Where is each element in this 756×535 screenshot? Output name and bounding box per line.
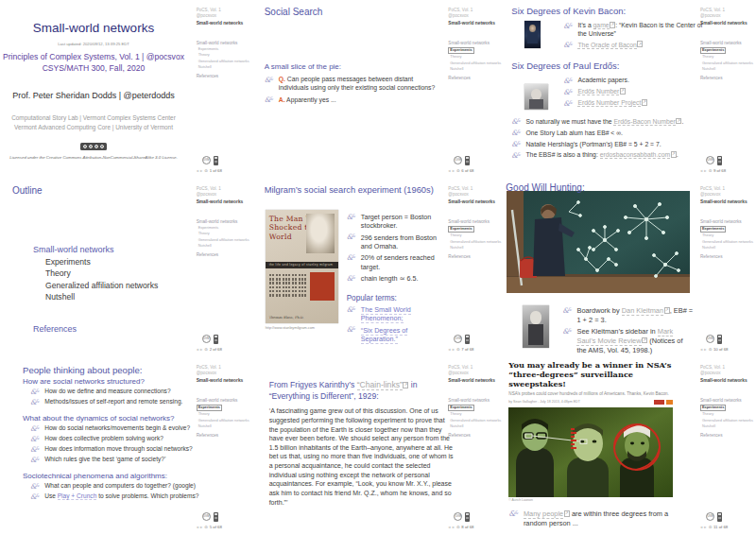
game-link[interactable]: game: [593, 22, 610, 29]
slide-people-thinking[interactable]: People thinking about people: How are so…: [0, 357, 252, 535]
sidebar-item-theory[interactable]: Theory: [197, 412, 249, 417]
nav-symbols-icon[interactable]: ◃ ▹ ⊙: [448, 347, 460, 352]
sidebar-item-references[interactable]: References: [448, 254, 501, 260]
sidebar-item-small-world-networks[interactable]: Small-world networks: [448, 219, 501, 225]
sidebar-item-small-world-networks[interactable]: Small-world networks: [197, 41, 249, 46]
toc-nutshell[interactable]: Nutshell: [45, 292, 194, 302]
erdosbaconsabbath-link[interactable]: erdosbaconsabbath.com: [600, 151, 670, 159]
sidebar-item-nutshell[interactable]: Nutshell: [448, 424, 501, 429]
sidebar-item-theory[interactable]: Theory: [448, 412, 501, 417]
sidebar-item-small-world-networks[interactable]: Small-world networks: [700, 398, 753, 404]
slide-karinthy[interactable]: From Frigyes Karinthy’s “Chain-links”↗ i…: [252, 357, 505, 535]
sidebar-item-experiments[interactable]: Experiments: [448, 226, 473, 233]
toc-generalized-affiliation-networks[interactable]: Generalized affiliation networks: [45, 281, 194, 290]
nav-symbols-icon[interactable]: ◃ ▹ ⊙: [448, 525, 460, 529]
sidebar-item-references[interactable]: References: [448, 433, 501, 439]
slide-sidebar: PoCS, Vol. 1 @pocsvox Small-world networ…: [197, 357, 249, 535]
sidebar-item-small-world-networks[interactable]: Small-world networks: [197, 398, 249, 404]
sidebar-item-references[interactable]: References: [448, 76, 501, 81]
sidebar-footer: UVM ◃ ▹ ⊙ 9 of 68: [700, 156, 753, 179]
toc-theory[interactable]: Theory: [45, 268, 194, 278]
sidebar-item-experiments[interactable]: Experiments: [197, 405, 222, 411]
sidebar-item-nutshell[interactable]: Nutshell: [700, 246, 753, 250]
sidebar-item-generalized-affiliation-networks[interactable]: Generalized affiliation networks: [448, 419, 501, 423]
creative-commons-badge-icon[interactable]: cc b $ =: [80, 143, 108, 150]
slide-nsa-sweepstakes[interactable]: You may already be a winner in NSA’s “th…: [504, 357, 756, 535]
erdos-bacon-number-link[interactable]: Erdős-Bacon Number: [613, 118, 675, 126]
sidebar-item-small-world-networks[interactable]: Small-world networks: [448, 41, 501, 46]
sidebar-item-generalized-affiliation-networks[interactable]: Generalized affiliation networks: [448, 61, 501, 66]
sidebar-item-theory[interactable]: Theory: [700, 412, 753, 417]
nav-symbols-icon[interactable]: ◃ ▹ ⊙: [700, 347, 713, 352]
erdos-number-project-link[interactable]: Erdős Number Project: [577, 99, 641, 107]
slide-good-will-hunting[interactable]: Good Will Hunting:: [504, 179, 756, 357]
sidebar-item-nutshell[interactable]: Nutshell: [197, 424, 249, 429]
small-world-phenomenon-link[interactable]: The Small World Phenomenon;: [361, 305, 411, 323]
toc-small-world-networks[interactable]: Small-world networks: [33, 245, 194, 254]
six-degrees-link[interactable]: “Six Degrees of Separation.”: [361, 326, 408, 344]
sidebar-item-references[interactable]: References: [197, 74, 249, 79]
chain-links-link[interactable]: “Chain-links”: [357, 380, 403, 390]
cc-by-icon: b: [89, 145, 94, 149]
sidebar-item-references[interactable]: References: [700, 433, 753, 439]
sidebar-item-nutshell[interactable]: Nutshell: [700, 67, 753, 72]
sidebar-item-experiments[interactable]: Experiments: [700, 405, 726, 411]
sidebar-item-generalized-affiliation-networks[interactable]: Generalized affiliation networks: [700, 419, 753, 423]
sidebar-item-nutshell[interactable]: Nutshell: [448, 246, 501, 250]
sidebar-item-references[interactable]: References: [700, 254, 753, 260]
slide-six-degrees-bacon[interactable]: Six Degrees of Kevin Bacon: & It’s a gam…: [504, 0, 756, 179]
sidebar-item-generalized-affiliation-networks[interactable]: Generalized affiliation networks: [700, 240, 753, 245]
sidebar-item-small-world-networks[interactable]: Small-world networks: [700, 219, 753, 225]
sidebar-item-generalized-affiliation-networks[interactable]: Generalized affiliation networks: [197, 419, 249, 423]
sidebar-item-theory[interactable]: Theory: [448, 55, 501, 60]
bullet-text: 20% of senders reached target.: [361, 253, 443, 271]
toc-experiments[interactable]: Experiments: [45, 257, 194, 267]
sidebar-item-references[interactable]: References: [700, 76, 753, 81]
book-caption-url[interactable]: http://www.stanleymilgram.com: [266, 326, 315, 330]
sidebar-item-theory[interactable]: Theory: [700, 233, 753, 238]
sidebar-item-small-world-networks[interactable]: Small-world networks: [448, 398, 501, 404]
slide-sidebar: PoCS, Vol. 1 @pocsvox Small-world networ…: [197, 179, 249, 357]
toc-references[interactable]: References: [33, 324, 194, 334]
slide-outline[interactable]: Outline Small-world networks Experiments…: [0, 179, 252, 357]
play-crunch-link[interactable]: Play + Crunch: [58, 492, 97, 500]
sidebar-item-theory[interactable]: Theory: [448, 233, 501, 238]
sidebar-item-experiments[interactable]: Experiments: [700, 47, 726, 54]
sidebar-item-experiments[interactable]: Experiments: [448, 47, 473, 54]
sidebar-item-generalized-affiliation-networks[interactable]: Generalized affiliation networks: [197, 238, 249, 243]
nav-symbols-icon[interactable]: ◃ ▹ ⊙: [448, 168, 460, 173]
many-people-link[interactable]: Many people: [524, 509, 563, 519]
sidebar-item-references[interactable]: References: [197, 252, 249, 258]
flower-bullet-icon: &: [347, 254, 357, 262]
sidebar-item-nutshell[interactable]: Nutshell: [448, 67, 501, 72]
sidebar-item-small-world-networks[interactable]: Small-world networks: [700, 41, 753, 46]
sidebar-item-theory[interactable]: Theory: [197, 232, 249, 236]
share-badge[interactable]: [666, 400, 673, 405]
nav-symbols-icon[interactable]: ◃ ▹ ⊙: [197, 347, 209, 352]
slide-milgram[interactable]: Milgram’s social search experiment (1960…: [252, 179, 505, 357]
oracle-of-bacon-link[interactable]: The Oracle of Bacon: [577, 42, 636, 49]
sidebar-item-nutshell[interactable]: Nutshell: [197, 65, 249, 70]
sidebar-item-generalized-affiliation-networks[interactable]: Generalized affiliation networks: [700, 61, 753, 66]
nav-symbols-icon[interactable]: ◃ ▹ ⊙: [700, 525, 713, 529]
sidebar-item-theory[interactable]: Theory: [700, 55, 753, 60]
nav-symbols-icon[interactable]: ◃ ▹ ⊙: [700, 168, 713, 173]
nav-symbols-icon[interactable]: ◃ ▹ ⊙: [197, 168, 209, 173]
sidebar-item-experiments[interactable]: Experiments: [700, 226, 726, 233]
nav-symbols-icon[interactable]: ◃ ▹ ⊙: [197, 525, 209, 529]
sidebar-item-small-world-networks[interactable]: Small-world networks: [197, 219, 249, 225]
slide-title[interactable]: Small-world networks Last updated: 2020/…: [0, 0, 252, 179]
sidebar-item-nutshell[interactable]: Nutshell: [197, 244, 249, 249]
heading-text: From Frigyes Karinthy’s: [269, 380, 357, 389]
sidebar-item-experiments[interactable]: Experiments: [448, 405, 473, 411]
comments-badge[interactable]: [654, 400, 664, 405]
sidebar-item-generalized-affiliation-networks[interactable]: Generalized affiliation networks: [448, 240, 501, 245]
sidebar-item-theory[interactable]: Theory: [197, 53, 249, 58]
sidebar-item-references[interactable]: References: [197, 433, 249, 439]
slide-social-search[interactable]: Social Search A small slice of the pie: …: [252, 0, 505, 179]
erdos-number-link[interactable]: Erdős Number: [577, 88, 619, 95]
dan-kleitman-link[interactable]: Dan Kleitman: [622, 306, 663, 316]
uvm-seal-icon: UVM: [706, 335, 714, 343]
sidebar-item-generalized-affiliation-networks[interactable]: Generalized affiliation networks: [197, 60, 249, 64]
sidebar-item-nutshell[interactable]: Nutshell: [700, 424, 753, 429]
